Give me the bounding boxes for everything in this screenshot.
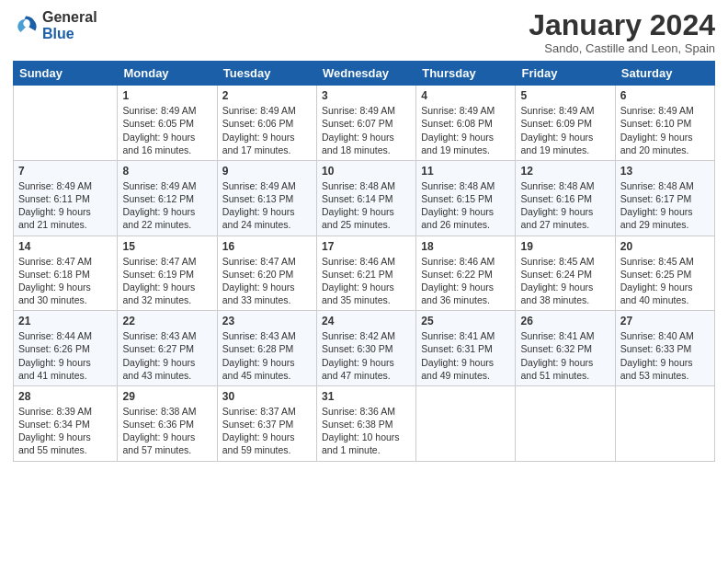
logo: General Blue <box>13 9 97 41</box>
cell-w1-sat: 6 Sunrise: 8:49 AM Sunset: 6:10 PM Dayli… <box>615 86 714 161</box>
week-row-2: 7 Sunrise: 8:49 AM Sunset: 6:11 PM Dayli… <box>14 160 715 236</box>
cell-daylight2: and 16 minutes. <box>122 144 211 156</box>
cell-w5-thu <box>416 385 516 461</box>
cell-w3-thu: 18 Sunrise: 8:46 AM Sunset: 6:22 PM Dayl… <box>416 236 516 311</box>
cell-w4-wed: 24 Sunrise: 8:42 AM Sunset: 6:30 PM Dayl… <box>316 311 415 386</box>
cell-w5-fri <box>516 385 615 461</box>
cell-w5-tue: 30 Sunrise: 8:37 AM Sunset: 6:37 PM Dayl… <box>217 385 316 461</box>
cell-w2-thu: 11 Sunrise: 8:48 AM Sunset: 6:15 PM Dayl… <box>416 160 516 236</box>
cell-w5-mon: 29 Sunrise: 8:38 AM Sunset: 6:36 PM Dayl… <box>118 385 217 461</box>
cell-w3-sat: 20 Sunrise: 8:45 AM Sunset: 6:25 PM Dayl… <box>615 236 714 311</box>
location: Sando, Castille and Leon, Spain <box>529 41 715 55</box>
cell-w1-fri: 5 Sunrise: 8:49 AM Sunset: 6:09 PM Dayli… <box>516 86 615 161</box>
cell-w1-thu: 4 Sunrise: 8:49 AM Sunset: 6:08 PM Dayli… <box>416 86 516 161</box>
day-number: 3 <box>322 89 411 102</box>
day-number: 4 <box>421 89 510 102</box>
week-row-4: 21 Sunrise: 8:44 AM Sunset: 6:26 PM Dayl… <box>14 311 715 386</box>
col-thursday: Thursday <box>416 62 516 86</box>
cell-daylight1: Daylight: 9 hours <box>122 131 211 144</box>
cell-w5-wed: 31 Sunrise: 8:36 AM Sunset: 6:38 PM Dayl… <box>316 385 415 461</box>
logo-blue: Blue <box>42 26 97 42</box>
cell-w4-thu: 25 Sunrise: 8:41 AM Sunset: 6:31 PM Dayl… <box>416 311 516 386</box>
cell-w4-tue: 23 Sunrise: 8:43 AM Sunset: 6:28 PM Dayl… <box>217 311 316 386</box>
cell-w2-wed: 10 Sunrise: 8:48 AM Sunset: 6:14 PM Dayl… <box>316 160 415 236</box>
page-container: General Blue January 2024 Sando, Castill… <box>0 0 728 469</box>
calendar-table: Sunday Monday Tuesday Wednesday Thursday… <box>13 61 715 461</box>
cell-w4-sat: 27 Sunrise: 8:40 AM Sunset: 6:33 PM Dayl… <box>615 311 714 386</box>
cell-w1-tue: 2 Sunrise: 8:49 AM Sunset: 6:06 PM Dayli… <box>217 86 316 161</box>
cell-w4-fri: 26 Sunrise: 8:41 AM Sunset: 6:32 PM Dayl… <box>516 311 615 386</box>
day-number: 2 <box>222 89 312 102</box>
cell-w1-mon: 1 Sunrise: 8:49 AM Sunset: 6:05 PM Dayli… <box>118 86 217 161</box>
cell-w2-tue: 9 Sunrise: 8:49 AM Sunset: 6:13 PM Dayli… <box>217 160 316 236</box>
cell-w5-sat <box>615 385 714 461</box>
week-row-3: 14 Sunrise: 8:47 AM Sunset: 6:18 PM Dayl… <box>14 236 715 311</box>
cell-w5-sun: 28 Sunrise: 8:39 AM Sunset: 6:34 PM Dayl… <box>14 385 118 461</box>
week-row-1: 1 Sunrise: 8:49 AM Sunset: 6:05 PM Dayli… <box>14 86 715 161</box>
logo-icon <box>13 13 39 39</box>
col-friday: Friday <box>516 62 615 86</box>
cell-w2-sun: 7 Sunrise: 8:49 AM Sunset: 6:11 PM Dayli… <box>14 160 118 236</box>
logo-general: General <box>42 9 97 26</box>
cell-w1-sun <box>14 86 118 161</box>
week-row-5: 28 Sunrise: 8:39 AM Sunset: 6:34 PM Dayl… <box>14 385 715 461</box>
cell-w2-mon: 8 Sunrise: 8:49 AM Sunset: 6:12 PM Dayli… <box>118 160 217 236</box>
cell-w3-mon: 15 Sunrise: 8:47 AM Sunset: 6:19 PM Dayl… <box>118 236 217 311</box>
cell-sunrise: Sunrise: 8:49 AM <box>122 104 211 117</box>
cell-w2-fri: 12 Sunrise: 8:48 AM Sunset: 6:16 PM Dayl… <box>516 160 615 236</box>
col-sunday: Sunday <box>14 62 118 86</box>
cell-w4-mon: 22 Sunrise: 8:43 AM Sunset: 6:27 PM Dayl… <box>118 311 217 386</box>
col-monday: Monday <box>118 62 217 86</box>
cell-w1-wed: 3 Sunrise: 8:49 AM Sunset: 6:07 PM Dayli… <box>316 86 415 161</box>
cell-w3-fri: 19 Sunrise: 8:45 AM Sunset: 6:24 PM Dayl… <box>516 236 615 311</box>
cell-w3-wed: 17 Sunrise: 8:46 AM Sunset: 6:21 PM Dayl… <box>316 236 415 311</box>
title-section: January 2024 Sando, Castille and Leon, S… <box>529 9 715 55</box>
cell-w3-sun: 14 Sunrise: 8:47 AM Sunset: 6:18 PM Dayl… <box>14 236 118 311</box>
col-tuesday: Tuesday <box>217 62 316 86</box>
month-title: January 2024 <box>529 9 715 41</box>
page-header: General Blue January 2024 Sando, Castill… <box>13 9 715 55</box>
col-saturday: Saturday <box>615 62 714 86</box>
cell-w2-sat: 13 Sunrise: 8:48 AM Sunset: 6:17 PM Dayl… <box>615 160 714 236</box>
cell-w3-tue: 16 Sunrise: 8:47 AM Sunset: 6:20 PM Dayl… <box>217 236 316 311</box>
cell-sunset: Sunset: 6:05 PM <box>122 117 211 130</box>
logo-text: General Blue <box>42 9 97 41</box>
day-number: 5 <box>520 89 609 102</box>
day-number: 6 <box>620 89 710 102</box>
header-row: Sunday Monday Tuesday Wednesday Thursday… <box>14 62 715 86</box>
col-wednesday: Wednesday <box>316 62 415 86</box>
day-number: 1 <box>122 89 211 102</box>
cell-w4-sun: 21 Sunrise: 8:44 AM Sunset: 6:26 PM Dayl… <box>14 311 118 386</box>
